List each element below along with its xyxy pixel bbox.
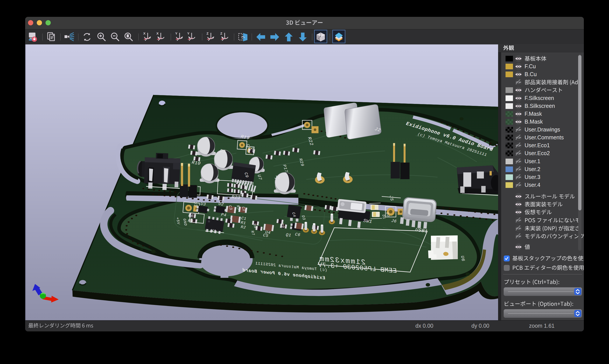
svg-text:U6: U6 bbox=[460, 255, 466, 262]
svg-text:Z: Z bbox=[220, 31, 222, 35]
svg-text:J5: J5 bbox=[389, 195, 394, 201]
svg-text:U1: U1 bbox=[210, 228, 217, 234]
svg-text:U2: U2 bbox=[218, 201, 224, 207]
svg-text:J6: J6 bbox=[391, 218, 397, 224]
svg-text:P4: P4 bbox=[221, 212, 227, 218]
svg-text:R3: R3 bbox=[187, 218, 194, 224]
svg-text:U3: U3 bbox=[200, 201, 206, 207]
svg-text:J4: J4 bbox=[274, 175, 280, 180]
svg-text:R23: R23 bbox=[231, 195, 241, 200]
svg-text:R2: R2 bbox=[240, 225, 246, 230]
svg-text:Z: Z bbox=[207, 31, 208, 35]
svg-text:X: X bbox=[156, 31, 159, 35]
svg-text:Q1: Q1 bbox=[285, 232, 292, 238]
svg-text:C6: C6 bbox=[295, 232, 301, 237]
svg-text:Y: Y bbox=[187, 31, 189, 35]
svg-text:X: X bbox=[143, 31, 145, 35]
svg-text:R6: R6 bbox=[188, 213, 194, 219]
svg-text:C5: C5 bbox=[263, 233, 269, 238]
svg-text:Y: Y bbox=[175, 31, 177, 35]
